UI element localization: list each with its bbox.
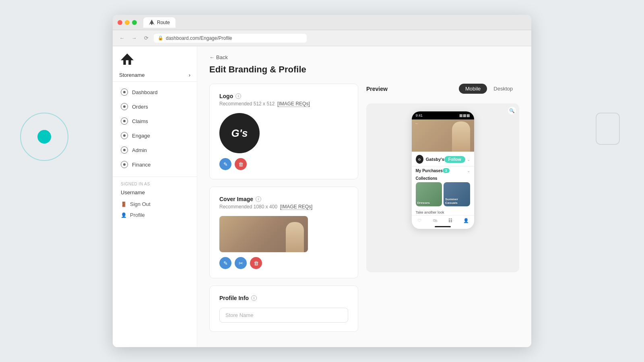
back-arrow-icon: ← <box>209 54 215 60</box>
logo-action-buttons: ✎ 🗑 <box>219 158 348 170</box>
mobile-toggle-button[interactable]: Mobile <box>459 84 487 94</box>
forward-nav-button[interactable]: → <box>130 34 138 43</box>
logo-section-title: Logo i <box>219 93 348 99</box>
preview-toggle: Mobile Desktop <box>459 84 519 94</box>
minimize-button[interactable] <box>125 20 130 25</box>
sidebar-item-label: Admin <box>132 147 147 153</box>
back-link[interactable]: ← Back <box>209 54 519 60</box>
phone-home-indicator <box>435 226 451 227</box>
phone-purchases-badge: 3 <box>443 168 450 173</box>
phone-time: 9:41 <box>416 113 423 117</box>
sidebar-item-finance[interactable]: Finance <box>113 157 197 172</box>
logo-initials: G's <box>231 127 248 140</box>
left-column: Logo i Recommended 512 x 512 [IMAGE REQs… <box>209 84 358 339</box>
phone-figure <box>452 121 470 152</box>
logo-rec-text: Recommended 512 x 512 [IMAGE REQs] <box>219 101 348 107</box>
zoom-icon[interactable]: 🔍 <box>508 107 516 115</box>
logo-image-req-link[interactable]: [IMAGE REQs] <box>277 101 310 107</box>
browser-window: Route ← → ⟳ 🔒 dashboard.com/Engage/Profi… <box>113 15 531 347</box>
phone-nav-bar: ♡ 🛍 ☷ 👤 <box>412 215 474 226</box>
sidebar-item-claims[interactable]: Claims <box>113 114 197 128</box>
two-column-layout: Logo i Recommended 512 x 512 [IMAGE REQs… <box>209 84 519 339</box>
phone-purchases-row: My Purchases 3 ⌄ <box>412 166 474 175</box>
phone-nav-bag-icon[interactable]: 🛍 <box>432 217 438 224</box>
main-content: ← Back Edit Branding & Profile Logo i Re… <box>197 46 531 347</box>
admin-icon <box>121 146 128 154</box>
sign-out-button[interactable]: 🚪 Sign Out <box>113 199 197 210</box>
logo-delete-button[interactable]: 🗑 <box>235 158 247 170</box>
sidebar-item-label: Orders <box>132 104 148 110</box>
right-column: Preview Mobile Desktop 🔍 9:41 ▩▩▩ <box>366 84 519 339</box>
address-bar[interactable]: 🔒 dashboard.com/Engage/Profile <box>154 34 307 43</box>
phone-follow-button[interactable]: Follow <box>444 156 465 163</box>
profile-info-icon[interactable]: i <box>251 295 257 301</box>
cover-crop-button[interactable]: ✂ <box>235 257 247 269</box>
phone-nav-person-icon[interactable]: 👤 <box>463 217 469 224</box>
app-layout: Storename › Dashboard Orders Claims <box>113 46 531 347</box>
phone-chevron-icon: ⌄ <box>467 157 470 162</box>
sidebar-item-orders[interactable]: Orders <box>113 99 197 114</box>
sign-out-label: Sign Out <box>130 201 151 207</box>
profile-info-card: Profile Info i <box>209 286 358 332</box>
cover-figure <box>286 222 304 252</box>
orders-icon <box>121 103 128 110</box>
cover-image-req-link[interactable]: [IMAGE REQs] <box>280 204 313 210</box>
maximize-button[interactable] <box>132 20 137 25</box>
phone-purchases-label: My Purchases <box>416 169 443 173</box>
tab-title: Route <box>157 20 170 25</box>
sidebar: Storename › Dashboard Orders Claims <box>113 46 197 347</box>
phone-mockup: 9:41 ▩▩▩ ← G Gatsby's Follow <box>412 111 474 229</box>
sidebar-item-dashboard[interactable]: Dashboard <box>113 85 197 99</box>
preview-container: 🔍 9:41 ▩▩▩ ← G <box>366 103 519 272</box>
cover-label: Cover Image <box>219 196 253 202</box>
sidebar-item-label: Dashboard <box>132 89 158 95</box>
sidebar-item-admin[interactable]: Admin <box>113 143 197 157</box>
sidebar-item-engage[interactable]: Engage <box>113 128 197 143</box>
route-logo-icon <box>121 53 134 65</box>
phone-signal: ▩▩▩ <box>459 113 470 117</box>
phone-collection-dresses[interactable]: Dresses <box>416 182 442 206</box>
page-title: Edit Branding & Profile <box>209 64 519 75</box>
cover-info-icon[interactable]: i <box>256 196 261 202</box>
cover-delete-button[interactable]: 🗑 <box>250 257 262 269</box>
cover-section-title: Cover Image i <box>219 196 348 202</box>
route-favicon <box>149 20 155 25</box>
engage-icon <box>121 132 128 139</box>
sidebar-item-label: Finance <box>132 162 151 168</box>
logo-info-icon[interactable]: i <box>235 93 241 99</box>
cover-edit-button[interactable]: ✎ <box>219 257 231 269</box>
close-button[interactable] <box>118 20 122 25</box>
storename-bar[interactable]: Storename › <box>113 69 197 82</box>
phone-take-look: Take another look <box>412 209 474 215</box>
phone-collections-row: Dresses Summer Casuals <box>412 182 474 209</box>
browser-tab[interactable]: Route <box>143 17 175 28</box>
logo-label: Logo <box>219 93 233 99</box>
phone-collection-summer[interactable]: Summer Casuals <box>444 182 470 206</box>
phone-collection-dresses-label: Dresses <box>417 201 430 205</box>
logo-edit-button[interactable]: ✎ <box>219 158 231 170</box>
back-link-text: Back <box>216 54 228 60</box>
reload-button[interactable]: ⟳ <box>142 34 151 43</box>
phone-purchases-chevron: ⌄ <box>467 169 470 173</box>
sidebar-item-label: Engage <box>132 133 150 139</box>
cover-action-buttons: ✎ ✂ 🗑 <box>219 257 348 269</box>
phone-avatar: G <box>416 155 423 164</box>
phone-nav-home-icon[interactable]: ♡ <box>416 217 423 224</box>
sidebar-item-label: Claims <box>132 118 148 124</box>
phone-collections-label: Collections <box>412 175 474 182</box>
browser-addressbar: ← → ⟳ 🔒 dashboard.com/Engage/Profile <box>113 30 531 46</box>
desktop-toggle-button[interactable]: Desktop <box>487 84 519 94</box>
storename-label: Storename <box>119 72 145 78</box>
profile-button[interactable]: 👤 Profile <box>113 210 197 220</box>
back-nav-button[interactable]: ← <box>118 34 126 43</box>
phone-status-bar: 9:41 ▩▩▩ <box>412 111 474 119</box>
phone-nav-grid-icon[interactable]: ☷ <box>447 217 454 224</box>
phone-back-icon: ← <box>415 121 419 125</box>
nav-items: Dashboard Orders Claims Engage Admin <box>113 85 197 172</box>
profile-icon: 👤 <box>121 212 127 218</box>
store-name-input[interactable] <box>219 308 348 323</box>
phone-collection-summer-label: Summer Casuals <box>445 197 470 205</box>
browser-titlebar: Route <box>113 15 531 30</box>
phone-store-name: Gatsby's <box>426 157 444 162</box>
cover-image-card: Cover Image i Recommended 1080 x 400 [IM… <box>209 187 358 278</box>
